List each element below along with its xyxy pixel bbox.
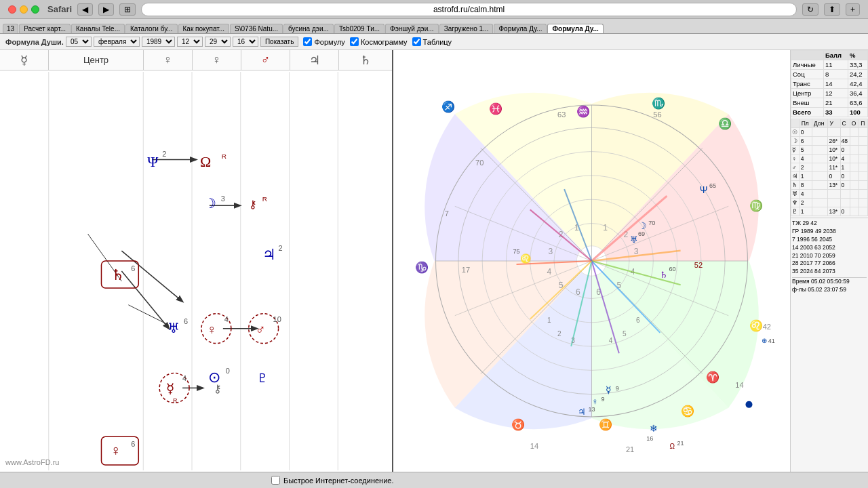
stats-header-row: Балл % (791, 51, 868, 60)
cb-table[interactable] (412, 37, 421, 46)
tj-row: ТЖ 29 42 (792, 220, 867, 228)
tab-формула1[interactable]: Формула Ду... (494, 24, 547, 33)
gr-row: ГР 1989 49 2038 (792, 228, 867, 236)
svg-line-8 (121, 251, 182, 302)
svg-text:♓: ♓ (489, 102, 503, 115)
svg-text:4: 4 (609, 337, 613, 344)
detail-table: Пл Дон У С О П ☉0 ☽626*48 ☿510*0 ♀410*4 … (791, 119, 868, 216)
tabs-bar: 13 Расчет карт... Каналы Tele... Каталог… (0, 19, 868, 34)
svg-text:☽: ☽ (204, 196, 216, 211)
new-tab-btn[interactable]: + (846, 3, 860, 16)
svg-text:21: 21 (677, 440, 684, 447)
tab-каналы[interactable]: Каналы Tele... (71, 24, 125, 33)
internet-checkbox[interactable] (271, 476, 280, 485)
svg-text:14: 14 (735, 381, 743, 389)
day-select[interactable]: 05 (66, 37, 92, 47)
svg-text:70: 70 (648, 220, 655, 226)
cb-formula[interactable] (303, 37, 312, 46)
close-button[interactable] (8, 5, 16, 14)
tab-расчет[interactable]: Расчет карт... (19, 24, 71, 33)
svg-text:1: 1 (603, 223, 608, 232)
svg-text:♇: ♇ (257, 371, 268, 385)
min-select[interactable]: 29 (205, 37, 231, 47)
formula-label: Формула Души. (5, 38, 64, 46)
maximize-button[interactable] (31, 5, 39, 14)
svg-text:♋: ♋ (681, 405, 695, 418)
stats-panel: Балл % Личные 11 33,3 Соц 8 24,2 Транс 1… (790, 50, 868, 472)
diagram-panel: ☿ Центр ♀ ♀ ♂ ♃ ♄ (0, 50, 393, 472)
tab-загружено[interactable]: Загружено 1... (439, 24, 494, 33)
svg-text:♑: ♑ (415, 261, 429, 274)
svg-text:R: R (262, 195, 267, 203)
cb-cosmo-label: Космограмму (361, 38, 408, 46)
nav-back[interactable]: ◀ (77, 3, 93, 16)
formula-header: Формула Души. 05 февраля 1989 12 29 16 П… (0, 34, 868, 50)
cb-formula-label: Формулу (314, 38, 344, 46)
col-h-mars: ♂ (241, 50, 290, 70)
svg-text:1: 1 (547, 317, 551, 324)
svg-text:⊕: ⊕ (762, 337, 767, 344)
svg-text:17: 17 (462, 266, 470, 274)
svg-text:4: 4 (224, 315, 229, 323)
hour-select[interactable]: 12 (177, 37, 203, 47)
traffic-lights (8, 5, 39, 14)
svg-text:♊: ♊ (599, 418, 613, 431)
svg-text:♄: ♄ (660, 270, 668, 280)
svg-text:65: 65 (709, 182, 716, 189)
col-h-saturn: ♄ (339, 50, 392, 70)
svg-text:6: 6 (131, 264, 135, 272)
tab-tsb0209[interactable]: Tsb0209 Ти... (334, 24, 384, 33)
tab-13[interactable]: 13 (3, 24, 18, 33)
tab-каталоги[interactable]: Каталоги бу... (125, 24, 178, 33)
cb-cosmo[interactable] (350, 37, 359, 46)
svg-text:41: 41 (768, 338, 775, 344)
month-select[interactable]: февраля (94, 37, 140, 47)
tab-как[interactable]: Как покупат... (178, 24, 230, 33)
nav-forward[interactable]: ▶ (98, 3, 114, 16)
minimize-button[interactable] (20, 5, 28, 14)
svg-text:13: 13 (588, 406, 595, 413)
cb-table-label: Таблицу (423, 38, 452, 46)
svg-text:14: 14 (530, 442, 538, 450)
svg-text:56: 56 (653, 110, 661, 119)
col-h-mercury: ☿ (0, 50, 49, 70)
svg-text:6: 6 (576, 287, 580, 297)
sec-select[interactable]: 16 (233, 37, 258, 47)
svg-text:6: 6 (184, 317, 188, 325)
col-h-venus2: ♀ (193, 50, 241, 70)
svg-text:♅: ♅ (167, 321, 180, 336)
stats-всего: Всего 33 100 (791, 108, 868, 117)
svg-line-9 (121, 271, 169, 329)
share-btn[interactable]: ⬆ (824, 3, 840, 16)
svg-text:♎: ♎ (718, 117, 732, 130)
svg-text:4: 4 (182, 374, 186, 382)
tab-формула2[interactable]: Формула Ду... (547, 24, 603, 33)
address-bar[interactable]: astrofd.ru/calm.html (141, 3, 797, 16)
svg-text:Ω: Ω (669, 443, 675, 450)
svg-text:60: 60 (669, 266, 675, 272)
stats-bottom: ТЖ 29 42 ГР 1989 49 2038 7 1996 56 2045 … (791, 218, 868, 296)
fls-row: ф-лы 05.02 23:07:59 (792, 286, 867, 294)
svg-text:70: 70 (475, 159, 484, 167)
svg-text:3: 3 (221, 195, 225, 203)
sidebar-toggle[interactable]: ⊞ (119, 3, 136, 16)
reload-btn[interactable]: ↻ (802, 3, 818, 16)
svg-text:16: 16 (646, 435, 653, 442)
col-h-center: Центр (49, 50, 144, 70)
svg-text:R: R (222, 152, 226, 160)
svg-text:♅: ♅ (630, 235, 638, 245)
stats-личные: Личные 11 33,3 (791, 60, 868, 70)
svg-text:♃: ♃ (578, 407, 586, 417)
show-button[interactable]: Показать (260, 37, 299, 47)
column-headers: ☿ Центр ♀ ♀ ♂ ♃ ♄ (0, 50, 392, 70)
col-h-jupiter: ♃ (290, 50, 339, 70)
svg-text:Ω: Ω (200, 153, 211, 170)
r5-row: 35 2024 84 2073 (792, 268, 867, 276)
stats-соц: Соц 8 24,2 (791, 70, 868, 79)
tab-s0736[interactable]: S\0736 Natu... (230, 24, 283, 33)
stats-table: Балл % Личные 11 33,3 Соц 8 24,2 Транс 1… (791, 50, 868, 117)
tab-фэншуй[interactable]: Фэншуй дэи... (385, 24, 439, 33)
svg-text:♐: ♐ (441, 100, 456, 113)
year-select[interactable]: 1989 (142, 37, 175, 47)
tab-бусина[interactable]: бусина дэи... (283, 24, 334, 33)
